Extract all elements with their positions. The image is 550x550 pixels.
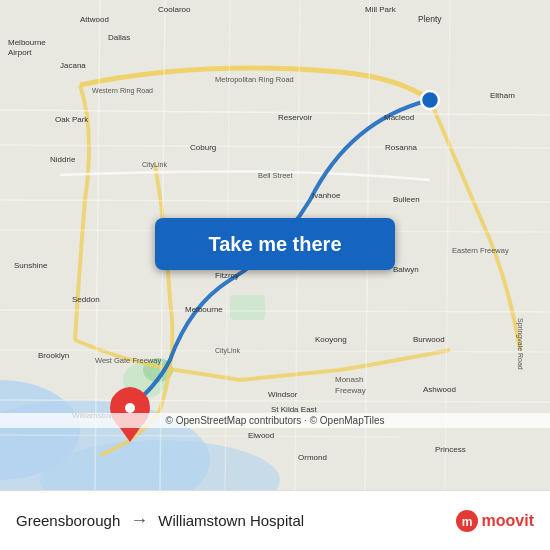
- svg-text:Eastern Freeway: Eastern Freeway: [452, 246, 509, 255]
- svg-text:Airport: Airport: [8, 48, 32, 57]
- svg-text:Oak Park: Oak Park: [55, 115, 89, 124]
- svg-text:Princess: Princess: [435, 445, 466, 454]
- svg-text:Coburg: Coburg: [190, 143, 216, 152]
- svg-text:Reservoir: Reservoir: [278, 113, 313, 122]
- svg-text:Springvale Road: Springvale Road: [516, 318, 524, 370]
- svg-text:Fitzroy: Fitzroy: [215, 271, 239, 280]
- map-container: Melbourne Airport Attwood Coolaroo Mill …: [0, 0, 550, 490]
- svg-text:Windsor: Windsor: [268, 390, 298, 399]
- svg-text:Balwyn: Balwyn: [393, 265, 419, 274]
- moovit-brand-text: moovit: [482, 512, 534, 530]
- route-from: Greensborough: [16, 512, 120, 529]
- svg-text:Jacana: Jacana: [60, 61, 86, 70]
- svg-text:Ivanhoe: Ivanhoe: [312, 191, 341, 200]
- svg-text:Brooklyn: Brooklyn: [38, 351, 69, 360]
- moovit-logo: m moovit: [455, 509, 534, 533]
- svg-text:Seddon: Seddon: [72, 295, 100, 304]
- svg-text:Western Ring Road: Western Ring Road: [92, 87, 153, 95]
- svg-text:Elwood: Elwood: [248, 431, 274, 440]
- svg-text:Coolaroo: Coolaroo: [158, 5, 191, 14]
- svg-text:Plenty: Plenty: [418, 14, 442, 24]
- svg-text:Bulleen: Bulleen: [393, 195, 420, 204]
- svg-rect-6: [230, 295, 265, 320]
- svg-text:Rosanna: Rosanna: [385, 143, 418, 152]
- route-to: Williamstown Hospital: [158, 512, 304, 529]
- svg-text:Melbourne: Melbourne: [8, 38, 46, 47]
- svg-text:Kooyong: Kooyong: [315, 335, 347, 344]
- svg-text:West Gate Freeway: West Gate Freeway: [95, 356, 161, 365]
- svg-text:Ashwood: Ashwood: [423, 385, 456, 394]
- take-me-there-button[interactable]: Take me there: [155, 218, 395, 270]
- svg-text:Eltham: Eltham: [490, 91, 515, 100]
- svg-text:Sunshine: Sunshine: [14, 261, 48, 270]
- svg-text:Freeway: Freeway: [335, 386, 366, 395]
- svg-text:Attwood: Attwood: [80, 15, 109, 24]
- svg-text:Dallas: Dallas: [108, 33, 130, 42]
- svg-point-63: [421, 91, 439, 109]
- svg-text:Macleod: Macleod: [384, 113, 414, 122]
- svg-text:Niddrie: Niddrie: [50, 155, 76, 164]
- svg-text:CityLink: CityLink: [142, 161, 167, 169]
- svg-text:m: m: [461, 515, 472, 529]
- svg-text:Burwood: Burwood: [413, 335, 445, 344]
- svg-text:Melbourne: Melbourne: [185, 305, 223, 314]
- route-arrow-icon: →: [130, 510, 148, 531]
- moovit-logo-icon: m: [455, 509, 479, 533]
- svg-point-64: [125, 403, 135, 413]
- svg-text:Mill Park: Mill Park: [365, 5, 397, 14]
- svg-text:Monash: Monash: [335, 375, 363, 384]
- bottom-bar: Greensborough → Williamstown Hospital m …: [0, 490, 550, 550]
- svg-text:Bell Street: Bell Street: [258, 171, 294, 180]
- svg-text:Ormond: Ormond: [298, 453, 327, 462]
- svg-text:Metropolitan Ring Road: Metropolitan Ring Road: [215, 75, 294, 84]
- svg-text:CityLink: CityLink: [215, 347, 240, 355]
- map-attribution: © OpenStreetMap contributors · © OpenMap…: [0, 413, 550, 428]
